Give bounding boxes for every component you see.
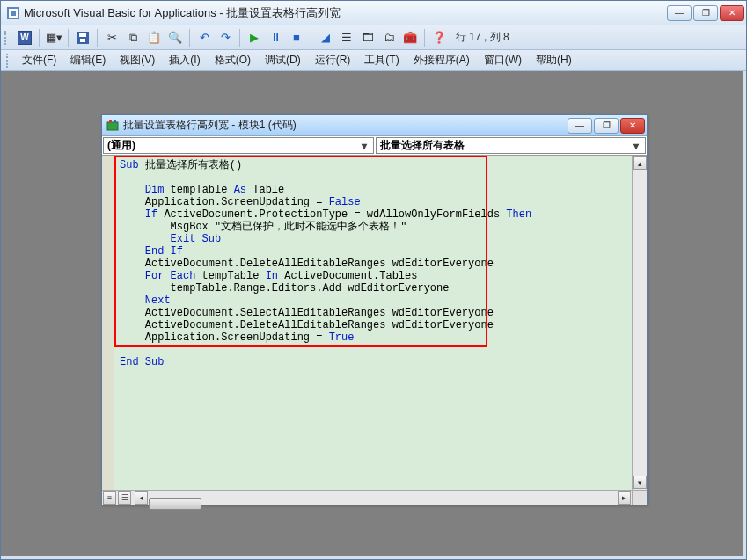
- code-editor[interactable]: Sub 批量选择所有表格() Dim tempTable As Table Ap…: [114, 156, 632, 490]
- stop-icon[interactable]: ■: [287, 28, 306, 47]
- close-button[interactable]: ✕: [720, 5, 744, 21]
- proc-view-icon[interactable]: ≡: [103, 491, 116, 505]
- toolbox-icon[interactable]: 🧰: [400, 28, 420, 47]
- svg-rect-4: [79, 33, 86, 37]
- menu-help[interactable]: 帮助(H): [529, 51, 579, 69]
- mdi-client: 批量设置表格行高列宽 - 模块1 (代码) — ❐ ✕ (通用) ▾ 批量选择所…: [1, 71, 746, 559]
- paste-icon[interactable]: 📋: [144, 28, 164, 47]
- menubar: 文件(F) 编辑(E) 视图(V) 插入(I) 格式(O) 调试(D) 运行(R…: [1, 50, 746, 71]
- app-window: Microsoft Visual Basic for Applications …: [0, 0, 747, 560]
- code-window-title: 批量设置表格行高列宽 - 模块1 (代码): [123, 118, 568, 133]
- window-title: Microsoft Visual Basic for Applications …: [24, 5, 667, 21]
- code-maximize-button[interactable]: ❐: [594, 118, 619, 134]
- cut-icon[interactable]: ✂: [102, 28, 121, 47]
- pause-icon[interactable]: ⏸: [266, 28, 285, 47]
- toolbar: W ▦▾ ✂ ⧉ 📋 🔍 ↶ ↷ ▶ ⏸ ■ ◢ ☰ 🗔 🗂 🧰 ❓ 行 17 …: [1, 25, 746, 50]
- word-icon[interactable]: W: [15, 28, 34, 47]
- procedure-dropdown-label: 批量选择所有表格: [380, 138, 465, 153]
- scroll-left-icon[interactable]: ◂: [135, 491, 148, 505]
- code-minimize-button[interactable]: —: [568, 118, 592, 134]
- horizontal-scrollbar[interactable]: ≡ ☰ ◂ ▸: [102, 490, 647, 505]
- menu-addins[interactable]: 外接程序(A): [406, 51, 477, 69]
- full-view-icon[interactable]: ☰: [118, 491, 131, 505]
- menu-format[interactable]: 格式(O): [208, 51, 258, 69]
- menubar-handle[interactable]: [6, 54, 10, 68]
- code-window: 批量设置表格行高列宽 - 模块1 (代码) — ❐ ✕ (通用) ▾ 批量选择所…: [101, 114, 648, 505]
- menu-tools[interactable]: 工具(T): [357, 51, 406, 69]
- object-dropdown-label: (通用): [107, 138, 135, 153]
- project-icon[interactable]: ☰: [337, 28, 356, 47]
- svg-rect-5: [80, 39, 85, 42]
- module-icon: [106, 119, 120, 133]
- vertical-scrollbar[interactable]: ▴ ▾: [632, 156, 647, 490]
- menu-view[interactable]: 视图(V): [113, 51, 162, 69]
- procedure-dropdown[interactable]: 批量选择所有表格 ▾: [376, 137, 647, 154]
- svg-rect-6: [107, 122, 118, 130]
- object-dropdown[interactable]: (通用) ▾: [103, 137, 374, 154]
- toolbar-handle[interactable]: [4, 31, 8, 45]
- code-titlebar[interactable]: 批量设置表格行高列宽 - 模块1 (代码) — ❐ ✕: [102, 115, 647, 136]
- tb-view-dropdown[interactable]: ▦▾: [44, 28, 63, 47]
- svg-rect-7: [109, 120, 112, 123]
- scroll-right-icon[interactable]: ▸: [618, 491, 631, 505]
- scroll-down-icon[interactable]: ▾: [633, 476, 647, 489]
- code-dropdowns: (通用) ▾ 批量选择所有表格 ▾: [102, 136, 647, 156]
- menu-run[interactable]: 运行(R): [308, 51, 358, 69]
- code-body: Sub 批量选择所有表格() Dim tempTable As Table Ap…: [102, 156, 647, 490]
- chevron-down-icon: ▾: [357, 140, 371, 152]
- run-icon[interactable]: ▶: [245, 28, 264, 47]
- cursor-position: 行 17 , 列 8: [456, 30, 509, 45]
- design-icon[interactable]: ◢: [316, 28, 335, 47]
- menu-edit[interactable]: 编辑(E): [63, 51, 113, 69]
- code-close-button[interactable]: ✕: [620, 118, 645, 134]
- app-icon: [6, 6, 20, 20]
- maximize-button[interactable]: ❐: [693, 5, 718, 21]
- svg-rect-8: [114, 120, 116, 123]
- menu-window[interactable]: 窗口(W): [477, 51, 529, 69]
- svg-rect-2: [11, 11, 16, 16]
- menu-insert[interactable]: 插入(I): [162, 51, 207, 69]
- scroll-h-thumb[interactable]: [149, 498, 201, 510]
- minimize-button[interactable]: —: [667, 5, 692, 21]
- menu-debug[interactable]: 调试(D): [258, 51, 308, 69]
- redo-icon[interactable]: ↷: [216, 28, 235, 47]
- browser-icon[interactable]: 🗂: [379, 28, 399, 47]
- undo-icon[interactable]: ↶: [194, 28, 214, 47]
- help-icon[interactable]: ❓: [429, 28, 449, 47]
- save-icon[interactable]: [73, 28, 92, 47]
- properties-icon[interactable]: 🗔: [358, 28, 377, 47]
- titlebar[interactable]: Microsoft Visual Basic for Applications …: [1, 1, 746, 25]
- menu-file[interactable]: 文件(F): [15, 51, 63, 69]
- scroll-up-icon[interactable]: ▴: [633, 156, 647, 170]
- copy-icon[interactable]: ⧉: [123, 28, 143, 47]
- find-icon[interactable]: 🔍: [165, 28, 185, 47]
- scroll-corner: [632, 491, 647, 505]
- chevron-down-icon: ▾: [629, 140, 643, 152]
- code-gutter[interactable]: [102, 156, 114, 490]
